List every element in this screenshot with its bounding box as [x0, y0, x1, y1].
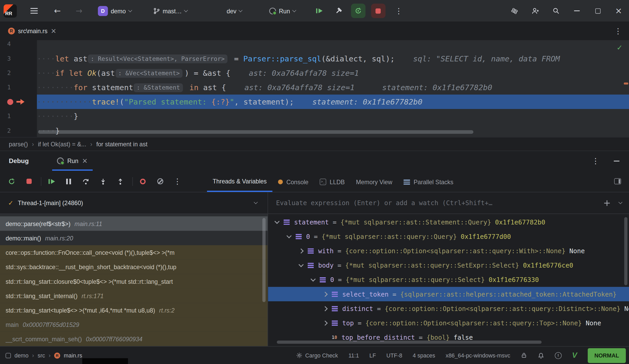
indent-widget[interactable]: 4 spaces	[413, 352, 435, 359]
code-text[interactable]: ············trace!("Parsed statement: {:…	[37, 95, 629, 109]
editor-gutter[interactable]	[0, 95, 37, 109]
line-separator-widget[interactable]: LF	[369, 352, 376, 359]
stop-debug-button[interactable]	[23, 175, 35, 187]
editor-gutter[interactable]: 1	[0, 80, 37, 95]
editor-gutter[interactable]: 2	[0, 123, 37, 137]
environment-widget[interactable]: dev	[223, 4, 245, 18]
vim-mode-badge[interactable]: NORMAL	[588, 348, 626, 363]
variable-row[interactable]: 0 = {*mut sqlparser::ast::query::Select}…	[268, 273, 629, 287]
frame-row[interactable]: core::ops::function::FnOnce::call_once<v…	[0, 245, 268, 259]
code-line[interactable]: 3····let ast: Result<Vec<Statement>, Par…	[0, 51, 629, 66]
code-text[interactable]	[37, 40, 629, 51]
build-button[interactable]	[332, 4, 345, 18]
variable-row[interactable]: 0 = {*mut sqlparser::ast::query::Query} …	[268, 229, 629, 244]
variables-vertical-scrollbar[interactable]	[624, 217, 627, 285]
breadcrumb-item[interactable]: if let Ok(ast) = &...	[38, 141, 86, 147]
cargo-check-widget[interactable]: Cargo Check	[296, 352, 338, 359]
pause-button[interactable]	[63, 175, 75, 187]
statusbar-breadcrumb[interactable]: demo › src › R main.rs	[5, 352, 82, 359]
variable-row[interactable]: select_token = {sqlparser::ast::helpers:…	[268, 287, 629, 301]
mute-breakpoints-button[interactable]	[154, 175, 166, 187]
step-out-button[interactable]	[114, 175, 126, 187]
editor-gutter[interactable]: 2	[0, 66, 37, 80]
breadcrumb-item[interactable]: parse()	[9, 141, 28, 147]
code-text[interactable]: ····if let Ok(ast: &Vec<Statement>) = &a…	[37, 66, 629, 80]
editor-tab-main-rs[interactable]: R src\main.rs ×	[3, 22, 61, 40]
code-text[interactable]: ········for statement: &Statement in ast…	[37, 80, 629, 95]
chevron-collapsed-icon[interactable]	[299, 248, 304, 253]
code-line[interactable]: 4	[0, 40, 629, 51]
chevron-collapsed-icon[interactable]	[323, 306, 328, 311]
inspection-ok-icon[interactable]: ✓	[616, 43, 622, 52]
target-widget[interactable]: x86_64-pc-windows-msvc	[446, 352, 510, 359]
view-breakpoints-button[interactable]	[137, 175, 149, 187]
debug-more-button[interactable]: ⋮	[592, 157, 599, 165]
breadcrumb-item[interactable]: for statement in ast	[96, 141, 148, 147]
frame-row[interactable]: std::rt::lang_start_internal()rt.rs:171	[0, 288, 268, 303]
editor-gutter[interactable]: 1	[0, 109, 37, 123]
code-line[interactable]: 2····if let Ok(ast: &Vec<Statement>) = &…	[0, 66, 629, 80]
editor-gutter[interactable]: 3	[0, 51, 37, 66]
variables-horizontal-scrollbar[interactable]	[277, 340, 542, 344]
editor-gutter[interactable]: 4	[0, 40, 37, 51]
error-stripe-mark[interactable]	[624, 83, 628, 85]
code-line[interactable]: 1········for statement: &Statement in as…	[0, 80, 629, 95]
variable-row[interactable]: distinct = {core::option::Option<sqlpars…	[268, 301, 629, 316]
rerun-debug-button[interactable]	[351, 4, 365, 18]
code-text[interactable]: ····let ast: Result<Vec<Statement>, Pars…	[37, 51, 629, 66]
debug-tab-parallel-stacks[interactable]: Parallel Stacks	[398, 171, 459, 192]
frame-row[interactable]: __scrt_common_main_seh()0x00007ff7660909…	[0, 332, 268, 346]
resume-button[interactable]	[45, 175, 57, 187]
frame-row[interactable]: demo::main()main.rs:20	[0, 231, 268, 245]
add-watch-icon[interactable]	[604, 200, 610, 206]
stop-button[interactable]	[371, 4, 385, 18]
window-minimize-button[interactable]	[566, 0, 587, 22]
tab-close-icon[interactable]: ×	[51, 28, 57, 34]
frame-row[interactable]: std::rt::lang_start::closure$0<tuple$<> …	[0, 274, 268, 288]
navigate-forward-button[interactable]: →	[72, 4, 86, 18]
debug-toolbar-more-button[interactable]: ⋮	[171, 175, 183, 187]
frames-scrollbar[interactable]	[262, 218, 266, 302]
frame-row[interactable]: demo::parse(ref$<str$>)main.rs:11	[0, 216, 268, 231]
encoding-widget[interactable]: UTF-8	[386, 352, 402, 359]
ideavim-icon[interactable]: V	[572, 351, 577, 360]
step-over-button[interactable]	[80, 175, 92, 187]
step-into-button[interactable]	[97, 175, 109, 187]
code-with-me-button[interactable]	[525, 0, 546, 22]
debug-tab-lldb[interactable]: >_LLDB	[314, 171, 350, 192]
debug-session-tab[interactable]: Run ×	[52, 151, 93, 171]
editor-horizontal-scrollbar[interactable]	[38, 130, 474, 134]
variable-row[interactable]: statement = {*mut sqlparser::ast::Statem…	[268, 215, 629, 229]
caret-position-widget[interactable]: 11:1	[349, 352, 359, 359]
navigate-back-button[interactable]: ←	[50, 4, 64, 18]
frame-row[interactable]: main0x00007ff765d01529	[0, 317, 268, 332]
window-maximize-button[interactable]	[587, 0, 608, 22]
problems-widget[interactable]: !	[555, 352, 561, 359]
titlebar-more-button[interactable]: ⋮	[392, 4, 406, 18]
variable-row[interactable]: top = {core::option::Option<sqlparser::a…	[268, 316, 629, 330]
resume-program-button[interactable]	[312, 4, 326, 18]
layout-settings-button[interactable]	[611, 175, 624, 187]
project-widget[interactable]: D demo	[95, 4, 135, 18]
chevron-collapsed-icon[interactable]	[323, 320, 328, 326]
chevron-collapsed-icon[interactable]	[323, 292, 328, 297]
chevron-expanded-icon[interactable]	[311, 276, 316, 281]
debug-tab-threads-variables[interactable]: Threads & Variables	[207, 171, 272, 192]
chevron-expanded-icon[interactable]	[299, 262, 304, 267]
search-everywhere-button[interactable]	[546, 0, 566, 22]
session-close-icon[interactable]: ×	[82, 158, 88, 164]
tabbar-more-button[interactable]: ⋮	[614, 27, 622, 35]
hide-toolwindow-icon[interactable]	[614, 160, 619, 161]
notifications-widget[interactable]	[537, 352, 544, 359]
vcs-widget[interactable]: mast…	[150, 4, 191, 18]
run-config-widget[interactable]: Run	[266, 4, 299, 18]
evaluate-expression-bar[interactable]: Evaluate expression (Enter) or add a wat…	[268, 192, 629, 214]
variable-row[interactable]: with = {core::option::Option<sqlparser::…	[268, 244, 629, 258]
chevron-down-icon[interactable]	[619, 200, 622, 204]
window-close-button[interactable]: ×	[608, 0, 629, 22]
code-line[interactable]: ············trace!("Parsed statement: {:…	[0, 95, 629, 109]
readonly-lock-widget[interactable]	[521, 352, 527, 359]
debug-tab-console[interactable]: Console	[272, 171, 314, 192]
ai-assistant-button[interactable]	[504, 0, 525, 22]
code-editor[interactable]: 43····let ast: Result<Vec<Statement>, Pa…	[0, 40, 629, 137]
